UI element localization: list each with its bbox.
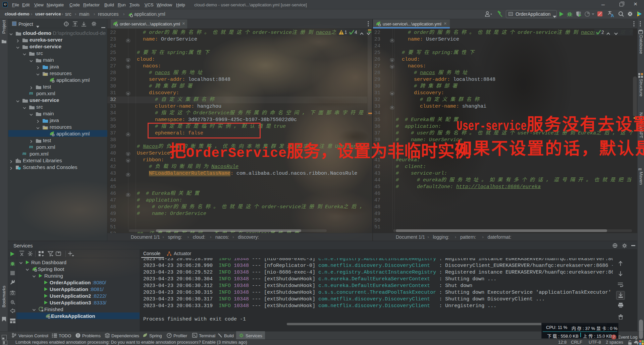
svg-text:A: A	[611, 13, 614, 17]
svg-text:7: 7	[613, 335, 615, 339]
svg-text:m: m	[638, 167, 642, 171]
